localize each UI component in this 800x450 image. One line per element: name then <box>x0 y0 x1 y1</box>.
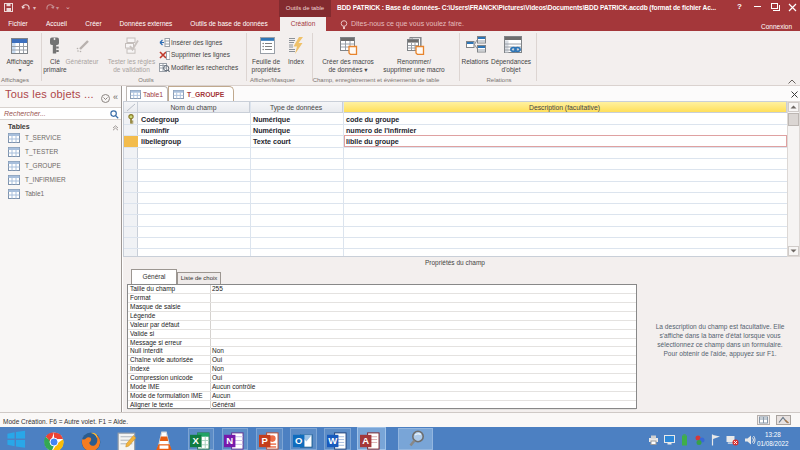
svg-text:N: N <box>226 435 233 446</box>
svg-text:W: W <box>328 435 337 446</box>
svg-text:P: P <box>262 435 269 446</box>
svg-text:X: X <box>193 435 200 446</box>
svg-text:O: O <box>295 435 302 446</box>
svg-text:A: A <box>362 435 369 446</box>
